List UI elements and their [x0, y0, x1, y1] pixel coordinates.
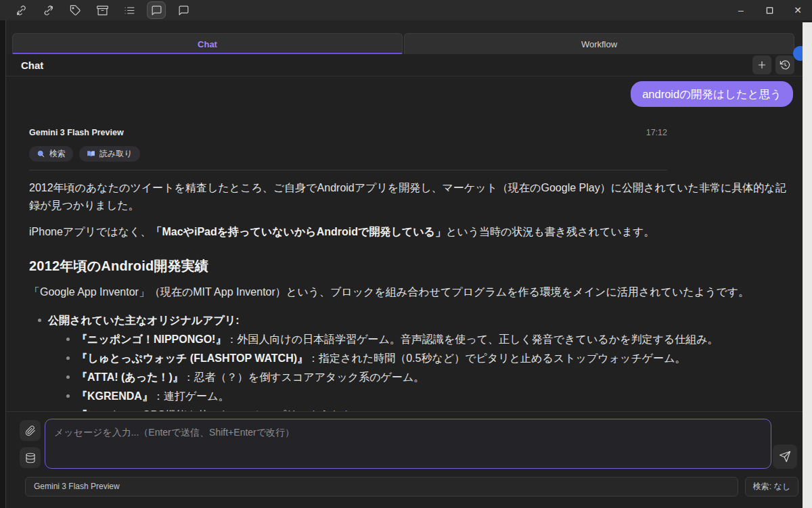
search-badge[interactable]: 検索	[29, 146, 73, 162]
app-list-item: 『しゅとっぷウォッチ (FLASHTOP WATCH)』：指定された時間（0.5…	[76, 350, 793, 367]
search-icon	[37, 149, 45, 158]
archive-icon[interactable]	[93, 2, 111, 18]
right-edge-strip	[803, 22, 812, 508]
message-timestamp: 17:12	[646, 128, 667, 137]
send-button[interactable]	[773, 444, 797, 469]
app-list-item: 『ATTA! (あった！)』：忍者（？）を倒すスコアアタック系のゲーム。	[76, 369, 793, 386]
composer	[6, 411, 803, 474]
tag-icon[interactable]	[66, 2, 84, 18]
maximize-button[interactable]	[755, 0, 784, 20]
tab-strip: Chat Workflow	[6, 20, 803, 54]
page-title: Chat	[21, 60, 43, 71]
list-item: 公開されていた主なオリジナルアプリ: 『ニッポンゴ！NIPPONGO!』：外国人…	[48, 312, 793, 411]
user-message-bubble: androidの開発はしたと思う	[631, 81, 793, 107]
link-in-icon[interactable]	[12, 2, 30, 18]
app-body: Chat Workflow Chat androidの開発はしたと思う	[5, 20, 812, 508]
link-out-icon[interactable]	[39, 2, 57, 18]
paragraph: 2012年頃のあなたのツイートを精査したところ、ご自身でAndroidアプリを開…	[29, 179, 793, 214]
titlebar-icons	[12, 2, 192, 18]
titlebar: – ✕	[0, 0, 812, 20]
paperclip-icon	[25, 425, 36, 436]
app-list-item: 『ニッポンゴ！NIPPONGO!』：外国人向けの日本語学習ゲーム。音声認識を使っ…	[76, 331, 793, 348]
model-selector[interactable]: Gemini 3 Flash Preview	[25, 477, 738, 497]
paragraph: iPhoneアプリではなく、「MacやiPadを持っていないからAndroidで…	[29, 223, 793, 241]
tab-chat[interactable]: Chat	[12, 33, 403, 54]
send-icon	[779, 451, 791, 463]
app-list-item: 『にゃん』：GPS機能を使ったテストアプリのようなもの。	[76, 407, 793, 411]
assistant-markdown: 2012年頃のあなたのツイートを精査したところ、ご自身でAndroidアプリを開…	[29, 179, 793, 411]
plus-icon	[757, 60, 767, 70]
assistant-message: Gemini 3 Flash Preview 17:12 検索 読み取り 201	[29, 128, 793, 411]
section-heading: 2012年頃のAndroid開発実績	[29, 257, 793, 275]
message-input[interactable]	[45, 419, 771, 469]
database-icon	[25, 453, 36, 463]
message-divider	[29, 170, 667, 170]
read-badge[interactable]: 読み取り	[79, 146, 140, 162]
app-window: – ✕ Chat Workflow Chat	[0, 0, 812, 508]
attach-button[interactable]	[20, 420, 41, 441]
book-icon	[87, 149, 95, 158]
chat-header: Chat	[6, 54, 803, 76]
history-button[interactable]	[775, 55, 794, 74]
knowledge-base-button[interactable]	[20, 447, 41, 468]
window-controls: – ✕	[727, 0, 812, 20]
search-status-chip[interactable]: 検索: なし	[745, 477, 798, 497]
chat-bubble-icon[interactable]	[148, 2, 165, 18]
close-button[interactable]: ✕	[784, 0, 812, 20]
app-outer-list: 公開されていた主なオリジナルアプリ: 『ニッポンゴ！NIPPONGO!』：外国人…	[29, 312, 793, 411]
message-list: androidの開発はしたと思う Gemini 3 Flash Preview …	[6, 77, 803, 411]
minimize-button[interactable]: –	[727, 0, 755, 20]
new-chat-button[interactable]	[752, 55, 771, 74]
status-bar: Gemini 3 Flash Preview 検索: なし	[6, 475, 803, 498]
tab-workflow[interactable]: Workflow	[404, 33, 794, 54]
chat-bubble-alt-icon[interactable]	[175, 2, 192, 18]
paragraph: 「Google App Inventor」（現在のMIT App Invento…	[29, 283, 793, 301]
history-icon	[780, 60, 790, 70]
assistant-model-name: Gemini 3 Flash Preview	[29, 128, 124, 137]
app-inner-list: 『ニッポンゴ！NIPPONGO!』：外国人向けの日本語学習ゲーム。音声認識を使っ…	[48, 331, 793, 411]
list-icon[interactable]	[120, 2, 138, 18]
app-list-item: 『KGRENDA』：連打ゲーム。	[76, 388, 793, 405]
